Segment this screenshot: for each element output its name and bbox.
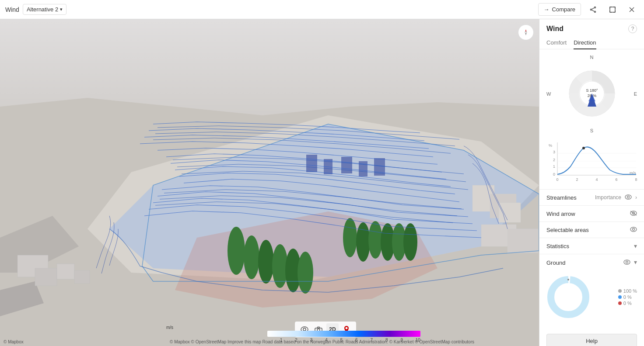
- chevron-down-icon: ▾: [60, 7, 63, 12]
- ground-section: Ground ▾: [539, 254, 644, 329]
- tab-direction-label: Direction: [574, 39, 596, 46]
- svg-point-22: [244, 235, 259, 279]
- orient-north-button[interactable]: [518, 24, 534, 40]
- alternative-label: Alternative 2: [27, 6, 58, 13]
- compass-north: N: [590, 55, 594, 60]
- streamlines-section: Streamlines Importance ›: [539, 189, 644, 205]
- streamlines-value: Importance: [595, 194, 621, 201]
- svg-text:S 180°: S 180°: [586, 88, 598, 93]
- svg-rect-34: [35, 268, 57, 286]
- selectable-areas-section: Selectable areas: [539, 221, 644, 238]
- svg-point-27: [343, 218, 357, 257]
- stat-row-0a: 0 %: [618, 294, 637, 300]
- svg-rect-35: [57, 264, 74, 279]
- panel-title: Wind: [546, 25, 564, 33]
- colorbar-gradient: [267, 331, 420, 337]
- svg-rect-16: [306, 155, 317, 172]
- streamlines-label: Streamlines: [546, 194, 577, 201]
- compare-button[interactable]: → Compare: [538, 3, 581, 16]
- svg-point-85: [551, 280, 586, 315]
- map-svg: [0, 19, 539, 346]
- colorbar-ticks: 1 2 3 4 5 6 7 8 9 10: [267, 338, 420, 343]
- wind-arrow-label: Wind arrow: [546, 211, 575, 217]
- svg-rect-5: [610, 7, 615, 12]
- svg-text:28 %: 28 %: [587, 93, 596, 98]
- svg-point-0: [595, 7, 596, 8]
- map-viewport[interactable]: [0, 19, 539, 346]
- tab-direction[interactable]: Direction: [574, 37, 596, 49]
- svg-text:2: 2: [553, 158, 555, 162]
- svg-text:3: 3: [553, 150, 555, 154]
- svg-text:2: 2: [576, 177, 578, 182]
- wind-arrow-section: Wind arrow: [539, 205, 644, 221]
- statistics-label: Statistics: [546, 243, 569, 249]
- help-icon[interactable]: ?: [628, 24, 637, 33]
- svg-point-76: [625, 195, 631, 199]
- streamlines-visibility-icon[interactable]: [625, 194, 632, 201]
- svg-text:8: 8: [635, 177, 637, 182]
- cb-tick-7: 7: [371, 338, 373, 343]
- svg-text:1: 1: [553, 164, 555, 169]
- svg-point-21: [228, 227, 245, 275]
- tab-comfort-label: Comfort: [546, 39, 567, 46]
- svg-text:0: 0: [556, 177, 558, 182]
- close-button[interactable]: [625, 3, 639, 17]
- colorbar-unit: m/s: [166, 325, 173, 330]
- cb-tick-2: 2: [295, 338, 298, 343]
- ground-expand-icon[interactable]: ▾: [634, 259, 637, 266]
- cb-tick-5: 5: [340, 338, 343, 343]
- cb-tick-6: 6: [355, 338, 358, 343]
- header-left: Wind Alternative 2 ▾: [5, 4, 66, 15]
- svg-text:%: %: [549, 143, 552, 148]
- cb-tick-8: 8: [385, 338, 388, 343]
- wind-chart-svg: 3 2 1 0 % 0 2 4 6 8 m/s: [546, 140, 637, 184]
- svg-point-84: [626, 261, 628, 263]
- stat-row-100: 100 %: [618, 288, 637, 294]
- svg-point-26: [298, 252, 313, 294]
- panel-tabs: Comfort Direction: [539, 37, 644, 49]
- compare-label: Compare: [552, 6, 575, 13]
- selectable-areas-visibility-icon[interactable]: [630, 226, 637, 233]
- stat-dot-gray: [618, 289, 622, 293]
- svg-point-81: [630, 227, 637, 232]
- stat-dot-red: [618, 301, 622, 305]
- svg-text:0: 0: [553, 172, 555, 176]
- streamlines-row: Streamlines Importance ›: [546, 194, 637, 201]
- compass-diagram: N S E W: [546, 55, 637, 133]
- svg-rect-18: [341, 157, 352, 173]
- svg-point-75: [582, 147, 585, 149]
- cb-tick-1: 1: [280, 338, 283, 343]
- tab-comfort[interactable]: Comfort: [546, 37, 567, 49]
- svg-point-1: [595, 11, 596, 12]
- svg-text:4: 4: [595, 177, 598, 182]
- svg-point-32: [403, 223, 417, 261]
- wind-speed-chart: 3 2 1 0 % 0 2 4 6 8 m/s: [539, 138, 644, 189]
- statistics-row: Statistics ▾: [546, 242, 637, 249]
- compass-rose-svg[interactable]: S 180° 28 %: [566, 67, 618, 121]
- statistics-expand-icon[interactable]: ▾: [634, 242, 637, 249]
- ground-donut-chart: [546, 272, 590, 322]
- panel-header: Wind ?: [539, 19, 644, 37]
- svg-rect-36: [74, 270, 90, 284]
- selectable-areas-label: Selectable areas: [546, 227, 589, 233]
- streamlines-controls: Importance ›: [595, 194, 637, 201]
- selectable-areas-controls: [630, 226, 637, 233]
- wind-rose-section: N S E W: [539, 49, 644, 138]
- share-button[interactable]: [586, 3, 600, 17]
- cb-tick-9: 9: [400, 338, 403, 343]
- ground-visibility-icon[interactable]: [623, 259, 630, 266]
- help-button[interactable]: Help: [546, 334, 637, 346]
- wind-title: Wind: [5, 6, 19, 13]
- ground-stats: 100 % 0 % 0 %: [616, 288, 637, 306]
- streamlines-expand-icon[interactable]: ›: [635, 194, 637, 201]
- expand-button[interactable]: [606, 3, 620, 17]
- ground-header-row: Ground ▾: [546, 259, 637, 266]
- svg-rect-41: [508, 229, 538, 253]
- stat-value-100: 100 %: [623, 288, 637, 294]
- wind-arrow-row: Wind arrow: [546, 210, 637, 217]
- svg-point-23: [258, 240, 274, 284]
- svg-point-83: [624, 260, 630, 264]
- alternative-select[interactable]: Alternative 2 ▾: [23, 4, 66, 15]
- cb-tick-3: 3: [310, 338, 313, 343]
- wind-arrow-visibility-icon[interactable]: [630, 210, 637, 217]
